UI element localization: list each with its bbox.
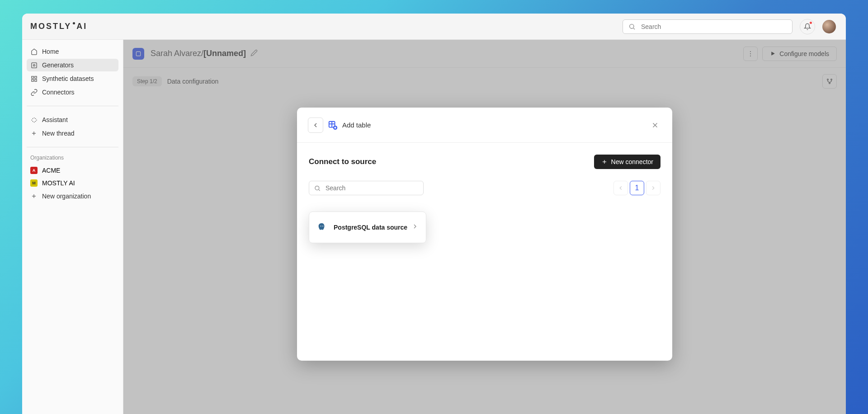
svg-point-30 bbox=[315, 186, 319, 190]
sidebar-item-new-organization[interactable]: New organization bbox=[27, 190, 118, 202]
source-card-postgresql[interactable]: PostgreSQL data source bbox=[309, 212, 426, 243]
sidebar-item-assistant[interactable]: Assistant bbox=[27, 113, 118, 126]
svg-rect-4 bbox=[31, 76, 33, 78]
pager-page-1[interactable]: 1 bbox=[630, 181, 644, 195]
svg-line-1 bbox=[633, 28, 635, 29]
global-search[interactable] bbox=[623, 19, 793, 34]
chevron-left-icon bbox=[312, 122, 319, 129]
modal-close-button[interactable] bbox=[649, 119, 661, 132]
sidebar-item-new-thread[interactable]: New thread bbox=[27, 127, 118, 140]
modal-body: Connect to source New connector bbox=[297, 143, 672, 361]
sidebar-item-label: Assistant bbox=[42, 116, 68, 123]
connector-search[interactable] bbox=[309, 181, 424, 195]
add-table-icon bbox=[328, 120, 338, 130]
svg-point-0 bbox=[630, 24, 634, 28]
svg-point-32 bbox=[321, 226, 321, 226]
svg-line-31 bbox=[319, 189, 320, 191]
sidebar-item-synthetic-datasets[interactable]: Synthetic datasets bbox=[27, 72, 118, 85]
new-connector-button[interactable]: New connector bbox=[594, 155, 660, 169]
logo-dot-icon bbox=[73, 22, 75, 24]
orgs-heading: Organizations bbox=[27, 155, 118, 164]
plus-icon bbox=[30, 193, 38, 200]
chevron-right-icon bbox=[411, 223, 419, 232]
logo-text-2: AI bbox=[76, 22, 87, 31]
source-card-name: PostgreSQL data source bbox=[334, 224, 411, 231]
sidebar-item-label: Generators bbox=[42, 61, 74, 69]
notifications-button[interactable] bbox=[800, 19, 815, 34]
app-window: MOSTLY AI Home Generators bbox=[22, 14, 846, 414]
datasets-icon bbox=[30, 75, 38, 82]
pager-next-button[interactable] bbox=[646, 181, 660, 195]
notification-dot-icon bbox=[809, 21, 812, 24]
pager: 1 bbox=[613, 181, 660, 195]
org-badge-icon bbox=[30, 167, 38, 174]
sparkle-icon bbox=[30, 116, 38, 123]
svg-rect-2 bbox=[31, 62, 36, 67]
close-icon bbox=[651, 121, 659, 129]
modal-title: Add table bbox=[342, 121, 371, 129]
new-connector-label: New connector bbox=[611, 158, 653, 165]
search-icon bbox=[628, 23, 636, 30]
add-table-modal: Add table Connect to source New connecto… bbox=[297, 108, 672, 361]
org-item-acme[interactable]: ACME bbox=[27, 165, 118, 176]
chevron-right-icon bbox=[650, 185, 656, 191]
plus-icon bbox=[601, 159, 608, 165]
home-icon bbox=[30, 48, 38, 55]
org-label: ACME bbox=[42, 167, 60, 174]
sidebar-item-label: Synthetic datasets bbox=[42, 75, 94, 82]
svg-point-33 bbox=[322, 226, 323, 226]
svg-rect-7 bbox=[34, 79, 36, 81]
generators-icon bbox=[30, 61, 38, 69]
svg-rect-6 bbox=[31, 79, 33, 81]
modal-header: Add table bbox=[297, 108, 672, 143]
sidebar-item-connectors[interactable]: Connectors bbox=[27, 86, 118, 99]
sidebar-item-home[interactable]: Home bbox=[27, 45, 118, 58]
pager-prev-button[interactable] bbox=[613, 181, 628, 195]
logo-text: MOSTLY bbox=[30, 22, 71, 31]
global-search-input[interactable] bbox=[641, 23, 787, 30]
org-item-mostly-ai[interactable]: MOSTLY AI bbox=[27, 177, 118, 189]
pager-page-number: 1 bbox=[635, 184, 639, 192]
connect-to-source-heading: Connect to source bbox=[309, 157, 376, 166]
avatar[interactable] bbox=[822, 20, 836, 33]
search-icon bbox=[314, 185, 321, 192]
sidebar-item-label: New thread bbox=[42, 130, 75, 137]
sidebar-item-label: Home bbox=[42, 48, 59, 55]
svg-point-3 bbox=[33, 64, 35, 66]
connectors-icon bbox=[30, 89, 38, 96]
logo: MOSTLY AI bbox=[30, 22, 87, 31]
plus-icon bbox=[30, 130, 38, 137]
org-label: MOSTLY AI bbox=[42, 179, 75, 187]
divider bbox=[27, 106, 118, 106]
modal-back-button[interactable] bbox=[308, 118, 323, 133]
org-badge-icon bbox=[30, 179, 38, 187]
divider bbox=[27, 147, 118, 147]
sidebar-item-generators[interactable]: Generators bbox=[27, 59, 118, 71]
connector-search-input[interactable] bbox=[326, 184, 419, 192]
chevron-left-icon bbox=[618, 185, 624, 191]
sidebar-item-label: Connectors bbox=[42, 89, 75, 96]
content-area: Sarah Alvarez/[Unnamed] Configure models bbox=[123, 40, 846, 414]
postgresql-icon bbox=[316, 222, 327, 233]
sidebar: Home Generators Synthetic datasets Conne… bbox=[22, 40, 123, 414]
sidebar-item-label: New organization bbox=[42, 193, 91, 200]
svg-rect-5 bbox=[34, 76, 36, 78]
topbar: MOSTLY AI bbox=[22, 14, 846, 40]
